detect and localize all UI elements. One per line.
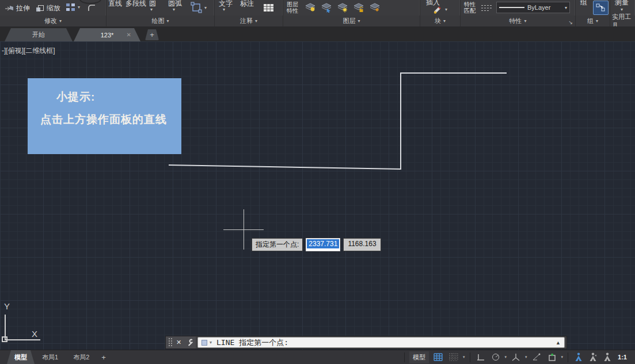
panel-label-groups[interactable]: 组 ▾ <box>576 16 610 26</box>
dynamic-input-y-field[interactable]: 1168.163 <box>343 238 381 251</box>
fillet-icon <box>88 4 96 12</box>
layer-state-button[interactable] <box>305 3 316 13</box>
scale-button[interactable]: 缩放 <box>36 3 60 13</box>
text-button[interactable]: 文字 <box>219 0 233 9</box>
panel-block: 插入 ▾ 块 ▾ <box>420 0 461 26</box>
new-layout-button[interactable]: + <box>97 350 111 364</box>
line-button[interactable]: 直线 <box>108 0 122 9</box>
block-label: 块 <box>435 17 441 25</box>
layer-isolate-button[interactable] <box>337 3 348 13</box>
drawn-polyline <box>169 73 507 169</box>
panel-label-utilities[interactable]: 实用工具 <box>610 16 635 26</box>
stretch-button[interactable]: 拉伸 <box>5 3 30 13</box>
ortho-icon <box>477 354 485 361</box>
status-bar: 模型 布局1 布局2 + 模型 ▾ ▾ ▾ ▾ <box>0 350 635 364</box>
tab-document-active[interactable]: 123* ✕ <box>74 28 140 41</box>
array-button[interactable]: ▾ <box>66 3 80 12</box>
new-tab-button[interactable]: + <box>145 29 159 40</box>
command-chevron-icon[interactable]: ▾ <box>210 340 212 345</box>
rectangle-button[interactable]: ▾ <box>191 2 207 13</box>
dimension-button[interactable]: 标注 <box>240 0 254 9</box>
group-cursor-icon <box>596 3 606 13</box>
ucs-x-axis[interactable] <box>5 339 40 340</box>
polar-tracking-toggle[interactable] <box>489 351 502 363</box>
modify-label: 修改 <box>44 17 57 25</box>
properties-expander-icon[interactable]: ↘ <box>568 20 573 25</box>
panel-label-annotate[interactable]: 注释 ▾ <box>215 16 283 26</box>
panel-layers-buttons: 图层 特性 <box>283 0 420 16</box>
autoscale-person-icon <box>589 352 597 362</box>
table-button[interactable] <box>263 3 274 12</box>
drawing-canvas[interactable]: -][俯视][二维线框] 小提示: 点击上方操作面板的直线 指定第一个点: 23… <box>0 41 635 350</box>
panel-draw-buttons: 直线 多段线 圆 ▾ 圆弧 ▾ ▾ <box>107 0 214 16</box>
tab-close-icon[interactable]: ✕ <box>127 32 131 38</box>
grid-toggle[interactable] <box>432 351 444 363</box>
geometry-layer <box>0 41 635 350</box>
match-properties-button[interactable]: 特性 匹配 <box>464 1 476 14</box>
ribbon: 拉伸 缩放 ▾ 修改 ▾ 直线 多段线 圆 ▾ 圆弧 ▾ <box>0 0 635 26</box>
annotation-autoscale-toggle[interactable] <box>587 351 599 363</box>
command-up-arrow-icon[interactable]: ▲ <box>556 340 561 346</box>
panel-label-layers[interactable]: 图层 ▾ <box>283 16 420 26</box>
scale-label: 缩放 <box>47 3 60 13</box>
panel-properties: 特性 匹配 ByLayer ▾ 特性 ▾ ↘ <box>461 0 576 26</box>
model-space-button[interactable]: 模型 <box>409 351 429 363</box>
layer-properties-button[interactable]: 图层 特性 <box>287 1 298 14</box>
otrack-icon <box>532 353 541 361</box>
layer-freeze-button[interactable] <box>370 3 381 13</box>
command-close-icon[interactable]: ✕ <box>174 338 184 347</box>
layout2-tab[interactable]: 布局2 <box>66 350 97 364</box>
annotation-scale-toggle[interactable] <box>602 351 613 363</box>
panel-label-modify[interactable]: 修改 ▾ <box>0 16 106 26</box>
circle-flyout-chevron[interactable]: ▾ <box>150 7 153 12</box>
osnap-chevron-icon[interactable]: ▾ <box>561 355 564 359</box>
isodraft-toggle[interactable] <box>509 351 522 363</box>
measure-flyout-chevron[interactable]: ▾ <box>621 7 623 12</box>
object-snap-tracking-toggle[interactable] <box>530 351 543 363</box>
ortho-toggle[interactable] <box>475 351 486 363</box>
block-edit-chevron[interactable]: ▾ <box>445 7 447 12</box>
groups-chevron-icon: ▾ <box>596 18 598 24</box>
rectangle-flyout-chevron[interactable]: ▾ <box>204 5 207 10</box>
polar-chevron-icon[interactable]: ▾ <box>505 355 507 359</box>
status-separator <box>404 352 405 362</box>
panel-label-block[interactable]: 块 ▾ <box>420 16 460 26</box>
layer-freeze-icon <box>370 3 381 13</box>
stretch-label: 拉伸 <box>16 3 30 13</box>
linetype-lines-icon <box>480 4 494 12</box>
command-history-icon[interactable] <box>201 340 207 346</box>
fillet-button[interactable] <box>88 4 96 12</box>
annotate-label: 注释 <box>240 17 253 25</box>
layout1-tab[interactable]: 布局1 <box>35 350 66 364</box>
dynamic-input-x-field[interactable]: 2337.731 <box>306 238 340 251</box>
group-button[interactable] <box>593 1 609 15</box>
layer-sun-icon <box>337 3 348 13</box>
block-edit-button[interactable]: ▾ <box>433 5 447 14</box>
arc-flyout-chevron[interactable]: ▾ <box>173 7 175 12</box>
panel-groups: 组 组 ▾ <box>576 0 610 26</box>
annotation-scale-value[interactable]: 1:1 <box>618 354 627 361</box>
ucs-origin-square[interactable] <box>2 336 7 342</box>
annotation-visibility-toggle[interactable] <box>573 351 584 363</box>
isodraft-chevron-icon[interactable]: ▾ <box>525 355 527 359</box>
bylayer-dropdown[interactable]: ByLayer ▾ <box>496 2 570 13</box>
model-tab[interactable]: 模型 <box>7 350 35 364</box>
panel-label-properties[interactable]: 特性 ▾ ↘ <box>461 16 575 26</box>
snap-toggle[interactable] <box>447 351 460 363</box>
text-flyout-chevron[interactable]: ▾ <box>223 7 225 12</box>
object-snap-toggle[interactable] <box>546 351 558 363</box>
snap-chevron-icon[interactable]: ▾ <box>463 355 465 359</box>
tab-start[interactable]: 开始 <box>5 28 73 41</box>
wrench-icon[interactable] <box>185 338 195 347</box>
grid-icon <box>434 353 443 361</box>
layer-unlock-button[interactable] <box>353 3 364 13</box>
app: { "icons": { "chevron_down": "▾", "close… <box>0 0 635 364</box>
array-flyout-chevron[interactable]: ▾ <box>78 5 80 10</box>
bylayer-value: ByLayer <box>527 4 550 11</box>
polyline-button[interactable]: 多段线 <box>126 0 146 9</box>
panel-label-draw[interactable]: 绘图 ▾ <box>107 16 214 26</box>
command-input[interactable]: ▾ LINE 指定第一个点: ▲ <box>197 337 565 348</box>
layer-make-current-button[interactable] <box>321 3 332 13</box>
dock-grip-handle[interactable] <box>168 338 173 347</box>
linetype-list-button[interactable] <box>480 4 494 12</box>
